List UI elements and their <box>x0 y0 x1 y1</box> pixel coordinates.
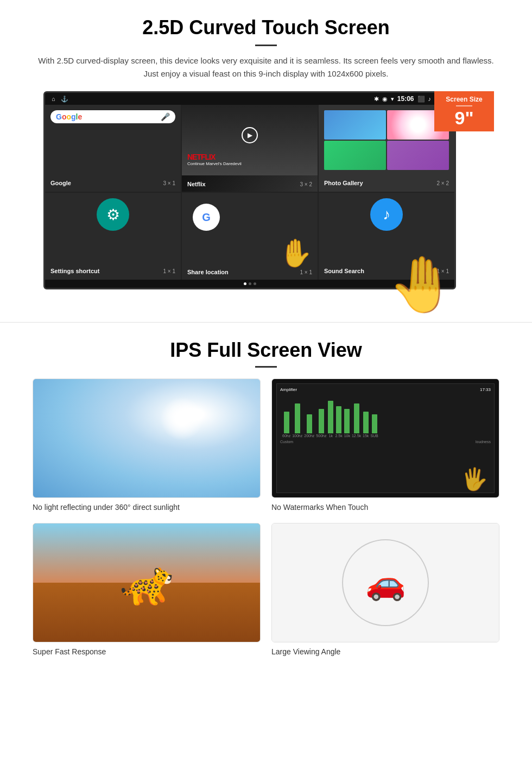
gallery-cell[interactable]: Photo Gallery 2 × 2 <box>319 105 454 192</box>
feature-car: 🚗 Large Viewing Angle <box>271 523 499 657</box>
badge-divider <box>456 105 472 106</box>
settings-cell[interactable]: ⚙ Settings shortcut 1 × 1 <box>45 193 181 280</box>
amp-bar-item: 15k <box>363 412 369 438</box>
mic-icon[interactable]: 🎤 <box>161 112 170 121</box>
amp-bar-label: 1k <box>329 434 333 438</box>
music-note-icon: ♪ <box>383 206 390 223</box>
dot-2 <box>249 282 251 285</box>
amp-title: Amplifier <box>280 387 297 392</box>
amp-bar-visual <box>284 412 289 433</box>
home-icon[interactable]: ⌂ <box>52 96 55 102</box>
amp-bar-item: SUB <box>370 414 378 438</box>
gallery-img-4 <box>387 141 449 170</box>
amp-bar-visual <box>328 401 333 433</box>
section-divider <box>0 322 532 323</box>
amp-header: Amplifier 17:33 <box>280 387 491 392</box>
amp-bar-item: 500hz <box>316 409 326 438</box>
amp-bar-item: 1k <box>328 401 333 438</box>
feature-sunlight: No light reflecting under 360° direct su… <box>33 379 261 512</box>
watermark-label: No Watermarks When Touch <box>271 503 368 512</box>
badge-size: 9" <box>454 108 473 128</box>
amp-time: 17:33 <box>480 387 491 392</box>
amp-bar-item: 10k <box>344 409 350 438</box>
settings-gear-icon: ⚙ <box>106 206 120 224</box>
amp-bar-visual <box>295 403 300 433</box>
amp-bar-label: 12.5k <box>352 434 361 438</box>
amp-bar-item: 60hz <box>282 412 290 438</box>
hand-overlay-icon: 🤚 <box>388 253 456 317</box>
cheetah-label: Super Fast Response <box>33 647 106 656</box>
amp-bar-label: SUB <box>370 434 378 438</box>
section1-container: 2.5D Curved Touch Screen With 2.5D curve… <box>0 0 532 306</box>
location-icon: ◉ <box>382 96 388 103</box>
amp-bar-visual <box>344 409 350 433</box>
car-label: Large Viewing Angle <box>271 647 340 656</box>
netflix-cell[interactable]: ▶ NETFLIX Continue Marvel's Daredevil Ne… <box>182 105 318 192</box>
car-image: 🚗 <box>271 523 499 642</box>
amp-bar-visual <box>372 414 377 433</box>
amp-bars: 60hz 100hz 200hz 500hz 1k 2.5k 10k <box>280 394 491 438</box>
gallery-img-1 <box>324 110 386 140</box>
amp-controls: Custom loudness <box>280 440 491 444</box>
sound-icon-wrap: ♪ <box>370 198 403 231</box>
wifi-icon: ▾ <box>391 96 394 103</box>
netflix-play-btn[interactable]: ▶ <box>242 127 258 143</box>
amp-bar-label: 500hz <box>316 434 326 438</box>
screen-size-badge: Screen Size 9" <box>434 91 494 131</box>
gallery-stack <box>324 110 449 170</box>
netflix-app-name: Netflix <box>187 181 206 187</box>
google-cell[interactable]: Google 🎤 Google 3 × 1 <box>45 105 181 192</box>
feature-cheetah: 🐆 Super Fast Response <box>33 523 261 657</box>
share-app-name: Share location <box>187 269 229 275</box>
bluetooth-icon: ✱ <box>374 96 379 103</box>
share-cell[interactable]: G 🤚 Share location 1 × 1 <box>182 193 318 280</box>
cheetah-image: 🐆 <box>33 523 261 642</box>
settings-app-size: 1 × 1 <box>163 268 175 274</box>
ips-title-divider <box>255 366 277 368</box>
car-top-view-container: 🚗 <box>272 523 499 642</box>
sunlight-label: No light reflecting under 360° direct su… <box>33 503 180 512</box>
sound-app-name: Sound Search <box>324 268 364 274</box>
settings-label: Settings shortcut 1 × 1 <box>50 268 175 274</box>
gallery-label: Photo Gallery 2 × 2 <box>324 180 449 186</box>
netflix-logo: NETFLIX Continue Marvel's Daredevil <box>187 153 242 166</box>
netflix-label: Netflix 3 × 2 <box>187 181 312 187</box>
section1-title: 2.5D Curved Touch Screen <box>33 16 499 39</box>
amp-bar-label: 10k <box>344 434 350 438</box>
amp-bar-visual <box>363 412 369 433</box>
hand-pointing-icon: 🤚 <box>278 237 312 269</box>
settings-icon-wrap: ⚙ <box>97 198 129 231</box>
google-search-bar[interactable]: Google 🎤 <box>50 110 175 123</box>
cheetah-icon: 🐆 <box>119 557 174 608</box>
dot-3 <box>254 282 256 285</box>
amp-bar-visual <box>319 409 324 433</box>
sunlight-flare <box>160 397 204 440</box>
amp-bar-visual <box>354 403 359 433</box>
usb-icon: ⚓ <box>61 96 68 103</box>
camera-icon: ⬛ <box>417 96 425 103</box>
amp-loudness: loudness <box>476 440 491 444</box>
car-circle: 🚗 <box>342 539 429 626</box>
status-bar: ⌂ ⚓ ✱ ◉ ▾ 15:06 ⬛ ♪ ⊠ ▭ <box>45 93 454 105</box>
gallery-img-3 <box>324 141 386 170</box>
netflix-app-size: 3 × 2 <box>300 181 312 187</box>
car-icon: 🚗 <box>365 564 406 602</box>
share-label: Share location 1 × 1 <box>187 269 312 275</box>
amp-bar-item: 12.5k <box>352 403 361 438</box>
amp-bar-label: 100hz <box>292 434 302 438</box>
amp-bar-visual <box>336 406 341 433</box>
amp-bar-label: 2.5k <box>335 434 342 438</box>
title-divider <box>255 45 277 46</box>
section1-description: With 2.5D curved-display screen, this de… <box>33 54 499 80</box>
feature-grid: No light reflecting under 360° direct su… <box>33 379 499 657</box>
amplifier-image: Amplifier 17:33 60hz 100hz 200hz 500hz <box>271 379 499 498</box>
amp-bar-label: 200hz <box>304 434 314 438</box>
amp-bar-label: 60hz <box>282 434 290 438</box>
amp-bar-item: 100hz <box>292 403 302 438</box>
status-left: ⌂ ⚓ <box>52 96 68 103</box>
section2-title: IPS Full Screen View <box>33 339 499 362</box>
settings-app-name: Settings shortcut <box>50 268 99 274</box>
netflix-logo-text: NETFLIX <box>187 153 242 161</box>
sunlight-gradient <box>33 379 260 497</box>
feature-watermark: Amplifier 17:33 60hz 100hz 200hz 500hz <box>271 379 499 512</box>
